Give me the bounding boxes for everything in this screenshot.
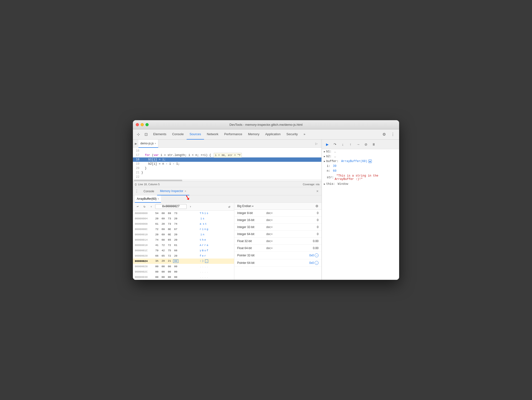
- hex-row-5[interactable]: 0000001474686520the: [133, 237, 234, 243]
- hex-ascii-char[interactable]: .: [204, 270, 206, 273]
- hex-byte[interactable]: 20: [154, 233, 160, 236]
- hex-ascii-char[interactable]: y: [200, 249, 201, 252]
- hex-byte[interactable]: 67: [173, 228, 178, 231]
- hex-byte[interactable]: 65: [160, 254, 166, 257]
- hex-byte[interactable]: 68: [160, 212, 166, 215]
- settings-icon[interactable]: ⚙: [381, 131, 388, 138]
- memory-inspector-close[interactable]: ×: [185, 190, 186, 193]
- hex-ascii-char[interactable]: a: [207, 244, 208, 247]
- endian-select[interactable]: Big Endian ▾: [237, 204, 253, 208]
- hex-row-12[interactable]: 0000003000000000....: [133, 274, 234, 280]
- hex-byte[interactable]: 00: [160, 276, 166, 279]
- hex-byte[interactable]: 20: [173, 254, 178, 257]
- hex-ascii-char[interactable]: r: [204, 254, 206, 257]
- hex-ascii-char[interactable]: i: [200, 217, 202, 220]
- hex-byte[interactable]: 29: [160, 259, 166, 263]
- hex-byte[interactable]: 20: [154, 217, 160, 220]
- hex-byte[interactable]: 20: [173, 233, 178, 236]
- inspector-settings-icon[interactable]: ⚙: [315, 204, 319, 208]
- inspector-icon[interactable]: ⊹: [135, 131, 142, 138]
- hex-ascii-char[interactable]: T: [200, 212, 201, 215]
- hex-byte[interactable]: 74: [154, 238, 160, 241]
- hex-byte[interactable]: 61: [154, 222, 160, 225]
- arraybuffer-tab-close[interactable]: ×: [158, 197, 159, 200]
- hex-byte[interactable]: 00: [173, 259, 178, 263]
- scope-item-buffer[interactable]: ▶ buffer: ArrayBuffer(60) ▣: [322, 159, 399, 164]
- inspector-type-select[interactable]: dec ▾: [266, 246, 273, 250]
- hex-byte[interactable]: 66: [154, 254, 160, 257]
- hex-ascii-char[interactable]: i: [202, 228, 204, 231]
- hex-ascii-char[interactable]: .: [207, 265, 208, 268]
- maximize-button[interactable]: [145, 123, 149, 126]
- hex-row-0[interactable]: 0000000054686973This: [133, 211, 234, 216]
- hex-ascii-char[interactable]: .: [202, 270, 204, 273]
- tab-application[interactable]: Application: [262, 129, 284, 140]
- hex-byte[interactable]: 72: [167, 254, 172, 257]
- hex-byte[interactable]: 6E: [167, 233, 172, 236]
- link-arrow-icon[interactable]: →: [315, 261, 319, 265]
- step-out-btn[interactable]: ↑: [347, 141, 354, 148]
- hex-ascii-char[interactable]: .: [207, 276, 208, 279]
- hex-byte[interactable]: 73: [173, 212, 178, 215]
- hex-row-2[interactable]: 0000000861207374a st: [133, 221, 234, 227]
- hex-ascii-char[interactable]: i: [200, 233, 202, 236]
- hex-ascii-char[interactable]: .: [202, 276, 204, 279]
- hex-byte[interactable]: 41: [154, 244, 160, 247]
- hex-ascii-char[interactable]: s: [207, 212, 208, 215]
- hex-byte[interactable]: 73: [167, 217, 172, 220]
- hex-ascii-char[interactable]: r: [202, 244, 204, 247]
- hex-byte[interactable]: 75: [167, 249, 172, 252]
- hex-ascii-char[interactable]: t: [205, 222, 207, 225]
- close-button[interactable]: [136, 123, 139, 126]
- hex-ascii-char[interactable]: .: [207, 270, 208, 273]
- hex-row-9[interactable]: 000000243A292100:) .: [133, 259, 234, 264]
- hex-byte[interactable]: 74: [173, 222, 178, 225]
- hex-ascii-char[interactable]: :: [200, 259, 201, 263]
- hex-row-1[interactable]: 0000000420697320 is: [133, 216, 234, 221]
- hex-ascii-char[interactable]: ): [202, 259, 204, 263]
- inspector-type-select[interactable]: dec ▾: [266, 239, 273, 243]
- hex-byte[interactable]: 6E: [167, 228, 172, 231]
- tab-memory[interactable]: Memory: [245, 129, 262, 140]
- scope-item-b1[interactable]: ▶ b1: …: [322, 149, 399, 154]
- hex-byte[interactable]: 20: [173, 238, 178, 241]
- scope-item-this[interactable]: ▶ this: Window: [322, 182, 399, 186]
- hex-byte[interactable]: 65: [167, 238, 172, 241]
- tab-elements[interactable]: Elements: [150, 129, 169, 140]
- hex-byte[interactable]: 00: [173, 270, 178, 273]
- hex-byte[interactable]: 79: [154, 249, 160, 252]
- hex-ascii-char[interactable]: n: [204, 228, 206, 231]
- hex-byte[interactable]: 00: [160, 265, 166, 268]
- hex-ascii-char[interactable]: .: [204, 276, 206, 279]
- scope-item-i[interactable]: i: 39: [322, 164, 399, 169]
- hex-ascii-char[interactable]: e: [204, 238, 206, 241]
- hex-ascii-char[interactable]: f: [207, 249, 208, 252]
- hex-ascii-char[interactable]: f: [200, 254, 201, 257]
- inspector-type-select[interactable]: dec ▾: [266, 232, 273, 236]
- hex-ascii-char[interactable]: t: [200, 238, 201, 241]
- tab-overflow[interactable]: »: [301, 129, 308, 140]
- hex-byte[interactable]: 20: [160, 222, 166, 225]
- hex-ascii-char[interactable]: s: [203, 222, 205, 225]
- inspector-type-select[interactable]: dec ▾: [266, 225, 273, 229]
- link-arrow-icon[interactable]: →: [315, 253, 319, 257]
- hex-byte[interactable]: 66: [173, 249, 178, 252]
- hex-byte[interactable]: 20: [173, 217, 178, 220]
- hex-byte[interactable]: 00: [173, 265, 178, 268]
- step-into-btn[interactable]: ↓: [339, 141, 346, 148]
- hex-ascii-char[interactable]: u: [204, 249, 206, 252]
- hex-byte[interactable]: 61: [173, 244, 178, 247]
- hex-ascii-char[interactable]: .: [204, 265, 206, 268]
- hex-row-11[interactable]: 0000002C00000000....: [133, 269, 234, 274]
- mem-back-btn[interactable]: ↩: [135, 204, 141, 209]
- mem-prev-btn[interactable]: ‹: [148, 204, 154, 209]
- arraybuffer-tab[interactable]: ArrayBuffer(60) ×: [135, 195, 161, 203]
- bottom-tab-memory-inspector[interactable]: Memory Inspector ×: [157, 187, 189, 195]
- hex-ascii-char[interactable]: i: [204, 212, 206, 215]
- hex-ascii-char[interactable]: .: [205, 259, 208, 263]
- hex-ascii-char[interactable]: r: [204, 244, 206, 247]
- hex-row-3[interactable]: 0000000C72696E67ring: [133, 227, 234, 232]
- source-file-tab[interactable]: demo-js.js ×: [138, 140, 158, 148]
- hex-byte[interactable]: 69: [160, 233, 166, 236]
- hex-byte[interactable]: 69: [167, 212, 172, 215]
